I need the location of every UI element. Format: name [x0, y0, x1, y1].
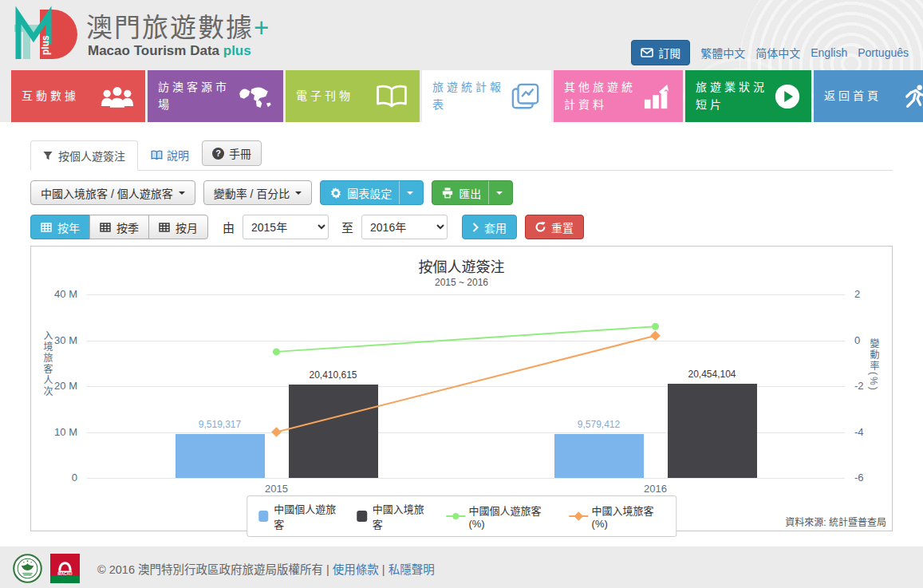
nav-tourism-videos[interactable]: 旅遊業狀況短片 [685, 70, 811, 122]
gridline [87, 478, 845, 479]
people-icon [100, 85, 135, 109]
caret-down-icon[interactable] [407, 191, 413, 195]
lang-simplified-chinese[interactable]: 简体中文 [755, 45, 800, 61]
chart-panel: 按個人遊簽注 2015 ~ 2016 入境旅客人次 變動率(%) 40 M30 … [30, 246, 893, 531]
legend-item-ivs-visitors[interactable]: 中國個人遊旅客 [258, 501, 339, 531]
by-month-button[interactable]: 按月 [148, 215, 208, 239]
right-axis-tick-label: -6 [854, 472, 894, 483]
nav-visitor-source-markets[interactable]: 訪澳客源市場 [148, 70, 283, 122]
mail-icon [641, 48, 653, 57]
chevron-right-icon [472, 223, 479, 232]
header-actions: 訂閱 繁體中文 简体中文 English Português [631, 40, 909, 65]
play-icon [774, 83, 801, 110]
tab-by-ivs-endorsement[interactable]: 按個人遊簽注 [30, 140, 138, 171]
site-logo[interactable]: plus [13, 6, 80, 65]
tab-explanation[interactable]: 說明 [151, 147, 189, 170]
reset-icon [535, 222, 546, 232]
legend-symbol [258, 511, 269, 522]
reset-button[interactable]: 重置 [525, 215, 584, 239]
grid-icon [159, 223, 170, 232]
right-axis-tick-label: 2 [854, 288, 894, 300]
filter-row-1: 中國入境旅客 / 個人遊旅客 變動率 / 百分比 圖表設定 匯出 [30, 180, 893, 205]
by-quarter-button[interactable]: 按季 [89, 215, 149, 239]
export-button[interactable]: 匯出 [432, 180, 513, 205]
lang-english[interactable]: English [811, 46, 847, 59]
left-axis-tick-label: 0 [31, 472, 77, 483]
metric-dropdown[interactable]: 變動率 / 百分比 [203, 180, 313, 205]
line-series-layer [87, 294, 845, 478]
nav-other-tourism-statistics[interactable]: 其他旅遊統計資料 [554, 70, 683, 122]
svg-text:MACAU: MACAU [57, 572, 73, 576]
period-button-group: 按年 按季 按月 [30, 215, 208, 239]
page-subtitle: Macao Tourism Data plus [88, 43, 251, 59]
legend-symbol [569, 511, 586, 521]
grid-icon [41, 223, 52, 232]
open-book-icon [374, 84, 409, 109]
right-axis-tick-label: -2 [854, 380, 894, 392]
from-year-select[interactable]: 2015年 [243, 215, 329, 239]
bar-chart-icon [642, 83, 673, 110]
page-title: 澳門旅遊數據+ [86, 6, 270, 45]
from-label: 由 [223, 219, 235, 235]
terms-link[interactable]: 使用條款 [333, 563, 379, 576]
series-dropdown[interactable]: 中國入境旅客 / 個人遊旅客 [30, 180, 195, 205]
plot-area: 9,519,3179,579,41220,410,61520,454,104 [87, 294, 845, 478]
runner-icon [902, 83, 923, 110]
left-axis-tick-label: 10 M [31, 426, 77, 438]
nav-e-publications[interactable]: 電子刊物 [286, 70, 420, 122]
lang-traditional-chinese[interactable]: 繁體中文 [700, 45, 745, 61]
mgto-logo[interactable]: MACAU [50, 554, 80, 583]
logo-plus-text: plus [40, 35, 51, 55]
legend-symbol [446, 511, 463, 521]
x-axis-category-label: 2015 [245, 483, 309, 495]
nav-interactive-data[interactable]: 互動數據 [11, 70, 145, 122]
main-nav: 互動數據 訪澳客源市場 電子刊物 旅遊統計報表 其他旅遊統計資料 [0, 70, 923, 122]
by-year-button[interactable]: 按年 [30, 215, 90, 239]
right-axis-tick-label: -4 [854, 426, 894, 438]
right-axis-ticks: 20-2-4-6 [854, 294, 894, 478]
world-map-icon [236, 85, 273, 109]
report-icon [511, 82, 541, 111]
main-content: 按個人遊簽注 說明 ? 手冊 中國入境旅客 / 個人遊旅客 變動率 / 百分比 [0, 122, 923, 547]
manual-button[interactable]: ? 手冊 [202, 140, 262, 166]
to-year-select[interactable]: 2016年 [361, 215, 448, 239]
copyright-text: © 2016 澳門特別行政區政府旅遊局版權所有 | 使用條款 | 私隱聲明 [97, 560, 435, 577]
legend-symbol [357, 511, 367, 522]
legend-item-mainland-visitors[interactable]: 中國入境旅客 [357, 501, 428, 531]
macao-government-logo[interactable] [13, 554, 42, 583]
right-axis-tick-label: 0 [854, 334, 894, 346]
question-icon: ? [212, 148, 224, 160]
apply-button[interactable]: 套用 [462, 215, 517, 239]
subscribe-button[interactable]: 訂閱 [631, 40, 690, 65]
data-source-caption: 資料來源: 統計暨普查局 [785, 515, 886, 528]
left-axis-tick-label: 40 M [31, 288, 77, 300]
left-axis-tick-label: 30 M [31, 334, 77, 346]
privacy-link[interactable]: 私隱聲明 [389, 563, 435, 576]
caret-down-icon [295, 191, 302, 195]
to-label: 至 [341, 219, 353, 235]
printer-icon [442, 187, 453, 199]
lang-portuguese[interactable]: Português [858, 46, 909, 59]
page: plus 澳門旅遊數據+ Macao Tourism Data plus 訂閱 … [0, 0, 923, 588]
legend-item-mainland-visitors-pct[interactable]: 中國入境旅客 (%) [569, 503, 665, 530]
caret-down-icon[interactable] [496, 191, 503, 195]
caret-down-icon [179, 191, 185, 195]
left-axis-ticks: 40 M30 M20 M10 M0 [31, 294, 77, 478]
legend-item-ivs-visitors-pct[interactable]: 中國個人遊旅客 (%) [446, 503, 551, 530]
filter-icon [43, 151, 53, 160]
left-axis-tick-label: 20 M [31, 380, 77, 392]
chart-subtitle: 2015 ~ 2016 [31, 277, 892, 288]
chart-settings-button[interactable]: 圖表設定 [320, 180, 424, 205]
chart-title: 按個人遊簽注 [31, 255, 892, 276]
header: plus 澳門旅遊數據+ Macao Tourism Data plus 訂閱 … [0, 0, 923, 70]
info-book-icon [151, 150, 163, 160]
gear-icon [330, 187, 341, 199]
grid-icon [100, 223, 111, 232]
nav-tourism-statistics-reports[interactable]: 旅遊統計報表 [422, 70, 551, 122]
footer: MACAU © 2016 澳門特別行政區政府旅遊局版權所有 | 使用條款 | 私… [0, 547, 923, 588]
tab-bar: 按個人遊簽注 說明 ? 手冊 [30, 142, 893, 171]
nav-back-to-home[interactable]: 返回首頁 [814, 70, 923, 122]
filter-row-2: 按年 按季 按月 由 2015年 至 2016年 套用 [30, 215, 893, 239]
x-axis-category-label: 2016 [624, 483, 688, 495]
chart-legend: 中國個人遊旅客 中國入境旅客 中國個人遊旅客 (%) 中國入境旅客 (%) [247, 495, 677, 537]
